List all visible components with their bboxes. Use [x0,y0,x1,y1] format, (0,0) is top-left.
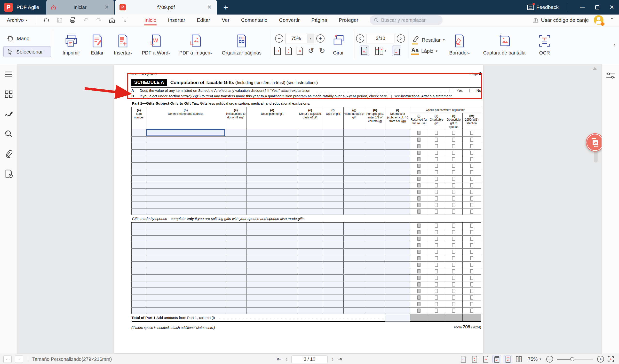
gift-field-cell[interactable] [132,281,146,288]
gift-field-cell[interactable] [385,235,410,242]
gift-field-cell[interactable] [225,235,246,242]
gift-field-cell[interactable] [298,222,322,229]
gift-field-cell[interactable] [322,262,344,268]
checkbox[interactable] [452,289,455,293]
gift-field-cell[interactable] [365,169,385,175]
redo-button[interactable]: ↷ [95,16,103,25]
pdf-page[interactable]: Form 709 (2024) Page 3 SCHEDULE A Comput… [114,65,483,353]
checkbox-cell[interactable] [428,162,445,169]
gift-field-cell[interactable] [298,288,322,294]
gift-field-cell[interactable] [146,143,225,149]
gift-field-cell[interactable] [322,175,344,182]
attachments-panel-button[interactable] [4,149,13,158]
gift-field-cell[interactable] [344,162,365,169]
last-page-button[interactable]: ⇥ [337,356,342,362]
checkbox[interactable] [470,131,473,135]
gift-field-cell[interactable] [344,281,365,288]
checkbox[interactable] [470,269,473,273]
panel-menu-button[interactable] [4,70,13,79]
gift-field-cell[interactable] [246,149,298,156]
zoom-select[interactable]: 75% ▼ [285,34,314,43]
checkbox[interactable] [470,190,473,194]
document-viewport[interactable]: Form 709 (2024) Page 3 SCHEDULE A Comput… [17,64,602,354]
checkbox-cell[interactable] [445,189,463,195]
gift-field-cell[interactable] [132,202,146,208]
checkbox-cell[interactable] [445,288,463,294]
gift-field-cell[interactable] [365,262,385,268]
checkbox-cell[interactable] [445,268,463,275]
gift-field-cell[interactable] [322,288,344,294]
fit-width-button[interactable] [481,355,490,363]
gift-field-cell[interactable] [344,268,365,275]
gift-field-cell[interactable] [298,169,322,175]
first-page-button[interactable]: ⇤ [277,356,282,362]
gift-field-cell[interactable] [365,275,385,281]
gift-field-cell[interactable] [225,301,246,307]
checkbox-cell[interactable] [463,189,481,195]
gift-field-cell[interactable] [365,281,385,288]
checkbox-cell[interactable] [445,262,463,268]
gift-field-cell[interactable] [146,248,225,255]
gift-field-cell[interactable] [298,255,322,262]
checkbox[interactable] [470,196,473,201]
gift-field-cell[interactable] [132,255,146,262]
gift-field-cell[interactable] [146,235,225,242]
gift-field-cell[interactable] [146,275,225,281]
checkbox[interactable] [435,276,438,280]
gift-field-cell[interactable] [225,275,246,281]
gift-field-cell[interactable] [132,307,146,314]
gift-field-cell[interactable] [132,149,146,156]
gift-field-cell[interactable] [322,156,344,162]
checkbox-cell[interactable] [445,162,463,169]
gift-field-cell[interactable] [298,262,322,268]
checkbox[interactable] [435,237,438,241]
checkbox[interactable] [435,296,438,300]
gift-field-cell[interactable] [146,301,225,307]
two-page-view-button[interactable] [515,355,523,363]
checkbox-cell[interactable] [428,202,445,208]
checkbox-cell[interactable] [410,189,428,195]
prev-page-button[interactable]: ‹ [356,34,364,43]
checkbox[interactable] [435,177,438,181]
tab-convertir[interactable]: Convertir [279,15,300,25]
slider-thumb[interactable] [570,357,574,361]
pdf-to-word-button[interactable]: W PDF a Word▾ [137,34,175,56]
gift-field-cell[interactable] [365,202,385,208]
checkbox-cell[interactable] [428,229,445,235]
gift-field-cell[interactable] [146,242,225,248]
gift-field-cell[interactable] [132,275,146,281]
gift-field-cell[interactable] [298,156,322,162]
checkbox[interactable] [470,224,473,228]
gift-field-cell[interactable] [132,189,146,195]
tab-comentario[interactable]: Comentario [241,15,268,25]
checkbox-cell[interactable] [428,242,445,248]
checkbox[interactable] [470,137,473,142]
gift-field-cell[interactable] [385,175,410,182]
gift-field-cell[interactable] [132,143,146,149]
gift-field-cell[interactable] [246,235,298,242]
checkbox[interactable] [435,190,438,194]
gift-field-cell[interactable] [225,195,246,202]
fit-page-button[interactable] [284,45,293,56]
checkbox-cell[interactable] [410,202,428,208]
gift-field-cell[interactable] [322,281,344,288]
checkbox[interactable] [435,183,438,188]
checkbox[interactable] [452,164,455,168]
tab-ver[interactable]: Ver [221,15,230,25]
checkbox-cell[interactable] [445,235,463,242]
gift-field-cell[interactable] [365,162,385,169]
gift-field-cell[interactable] [246,143,298,149]
gift-field-cell[interactable] [322,149,344,156]
checkbox-cell[interactable] [463,208,481,215]
checkbox-cell[interactable] [445,182,463,189]
gift-field-cell[interactable] [298,136,322,143]
checkbox[interactable] [452,263,455,267]
gift-field-cell[interactable] [385,202,410,208]
gift-field-cell[interactable] [385,195,410,202]
checkbox-cell[interactable] [410,281,428,288]
gift-field-cell[interactable] [132,222,146,229]
gift-field-cell[interactable] [246,175,298,182]
gift-field-cell[interactable] [146,195,225,202]
checkbox[interactable] [470,237,473,241]
checkbox-cell[interactable] [463,202,481,208]
